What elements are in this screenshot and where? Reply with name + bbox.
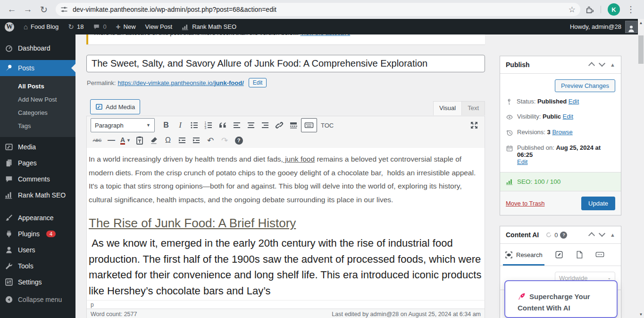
post-title-input[interactable] [86, 55, 485, 72]
toolbar-toggle-button[interactable] [301, 118, 317, 132]
content-ai-header[interactable]: Content AI 0 ? ▲ [500, 226, 621, 244]
browse-revisions-link[interactable]: Browse [552, 129, 572, 136]
address-bar[interactable]: dev-vimkate.pantheonsite.io/wp-admin/pos… [56, 3, 580, 16]
align-right-button[interactable] [259, 119, 272, 131]
junk-food-link[interactable]: junk food [283, 155, 315, 163]
fullscreen-button[interactable] [468, 119, 481, 131]
editor-content-area[interactable]: In a world increasingly driven by health… [86, 148, 485, 300]
browser-back-button[interactable]: ← [4, 4, 20, 15]
move-up-icon[interactable] [588, 232, 595, 239]
tab-research[interactable]: Research [505, 244, 543, 266]
move-to-trash-link[interactable]: Move to Trash [506, 200, 544, 207]
visibility-eye-icon [506, 113, 513, 121]
sidebar-item-add-new-post[interactable]: Add New Post [0, 93, 75, 106]
edit-published-link[interactable]: Edit [517, 158, 527, 165]
sidebar-item-plugins[interactable]: Plugins 4 [0, 226, 75, 242]
wp-logo-menu[interactable]: W [0, 19, 19, 34]
tab-text[interactable]: Text [461, 101, 485, 115]
help-badge-icon[interactable]: ? [560, 232, 567, 239]
element-path[interactable]: p [91, 301, 94, 308]
toggle-panel-icon[interactable]: ▲ [610, 62, 615, 68]
edit-status-link[interactable]: Edit [569, 98, 579, 105]
edit-visibility-link[interactable]: Edit [563, 113, 573, 120]
move-down-icon[interactable] [599, 230, 605, 237]
rank-math-menu[interactable]: Rank Math SEO [177, 19, 241, 34]
view-autosave-link[interactable]: View the autosave [300, 34, 350, 36]
page-scrollbar[interactable]: ▲ ▼ [638, 19, 644, 318]
toggle-panel-icon[interactable]: ▲ [610, 232, 615, 238]
read-more-button[interactable] [287, 119, 300, 131]
indent-button[interactable] [190, 134, 203, 146]
sidebar-item-rank-math[interactable]: Rank Math SEO [0, 187, 75, 203]
seo-score-text: SEO: 100 / 100 [517, 178, 560, 185]
refresh-icon[interactable] [545, 232, 552, 238]
sidebar-item-categories[interactable]: Categories [0, 106, 75, 119]
element-path-bar: p [86, 300, 485, 309]
collapse-menu-button[interactable]: Collapse menu [0, 292, 75, 308]
sidebar-item-comments[interactable]: Comments [0, 171, 75, 187]
updates-menu[interactable]: ↻ 18 [63, 19, 88, 34]
howdy-text[interactable]: Howdy, admin@28 [570, 23, 621, 30]
sidebar-item-media[interactable]: Media [0, 139, 75, 155]
user-avatar[interactable] [625, 21, 637, 33]
tab-visual[interactable]: Visual [433, 101, 461, 115]
numbered-list-button[interactable]: 123 [202, 119, 215, 131]
toc-button[interactable]: TOC [318, 122, 336, 129]
add-media-button[interactable]: Add Media [90, 99, 140, 114]
help-button[interactable]: ? [232, 134, 245, 146]
status-value: Published [537, 98, 567, 105]
sidebar-item-appearance[interactable]: Appearance [0, 210, 75, 226]
insert-link-button[interactable] [273, 119, 286, 131]
clear-formatting-button[interactable] [147, 134, 160, 146]
browser-forward-button[interactable]: → [20, 4, 36, 15]
special-character-button[interactable]: Ω [161, 134, 175, 146]
bullet-list-button[interactable] [188, 119, 201, 131]
wrench-icon [5, 262, 13, 270]
sidebar-item-tools[interactable]: Tools [0, 258, 75, 274]
sidebar-item-posts[interactable]: Posts [0, 60, 75, 76]
extensions-icon[interactable] [585, 5, 594, 14]
browser-reload-button[interactable]: ↻ [36, 4, 52, 15]
bookmark-star-icon[interactable]: ☆ [569, 5, 576, 15]
tab-chat[interactable] [595, 244, 604, 266]
sidebar-item-settings[interactable]: Settings [0, 274, 75, 290]
bold-button[interactable]: B [159, 119, 173, 131]
permalink-link[interactable]: https://dev-vimkate.pantheonsite.io/junk… [117, 79, 243, 86]
undo-button[interactable]: ↶ [204, 134, 217, 146]
preview-changes-button[interactable]: Preview Changes [555, 79, 615, 92]
sidebar-item-users[interactable]: Users [0, 242, 75, 258]
tab-write[interactable] [555, 244, 563, 266]
italic-button[interactable]: I [174, 119, 187, 131]
comments-menu[interactable]: 0 [88, 19, 111, 34]
blockquote-button[interactable] [216, 119, 229, 131]
align-left-button[interactable] [230, 119, 243, 131]
publish-panel-header[interactable]: Publish ▲ [500, 56, 621, 74]
move-up-icon[interactable] [588, 62, 595, 69]
sidebar-item-tags[interactable]: Tags [0, 119, 75, 132]
sidebar-item-all-posts[interactable]: All Posts [0, 79, 75, 93]
new-content-menu[interactable]: + New [111, 19, 141, 34]
update-button[interactable]: Update [581, 197, 615, 210]
text-color-button[interactable]: A ▼ [119, 134, 132, 146]
site-info-icon[interactable] [60, 6, 68, 13]
scroll-up-arrow[interactable]: ▲ [638, 19, 644, 26]
tab-document[interactable] [576, 244, 583, 266]
scrollbar-thumb[interactable] [638, 35, 644, 64]
horizontal-rule-button[interactable]: — [105, 134, 118, 146]
site-name-menu[interactable]: ⌂ Food Blog [19, 19, 63, 34]
view-post-menu[interactable]: View Post [141, 19, 177, 34]
align-center-button[interactable] [244, 119, 258, 131]
redo-button[interactable]: ↷ [218, 134, 231, 146]
browser-profile-avatar[interactable]: K [608, 3, 620, 16]
permalink-edit-button[interactable]: Edit [249, 78, 267, 87]
paste-as-text-button[interactable] [133, 134, 146, 146]
move-down-icon[interactable] [599, 60, 605, 67]
content-ai-promo-popup[interactable]: Supercharge Your Content With AI [504, 280, 618, 318]
outdent-button[interactable] [176, 134, 189, 146]
browser-menu-icon[interactable]: ⋮ [627, 4, 635, 15]
sidebar-item-dashboard[interactable]: Dashboard [0, 40, 75, 56]
scroll-down-arrow[interactable]: ▼ [638, 310, 644, 318]
strikethrough-button[interactable]: ABC [91, 134, 104, 146]
paragraph-format-select[interactable]: Paragraph▼ [91, 118, 155, 132]
sidebar-item-pages[interactable]: Pages [0, 155, 75, 171]
